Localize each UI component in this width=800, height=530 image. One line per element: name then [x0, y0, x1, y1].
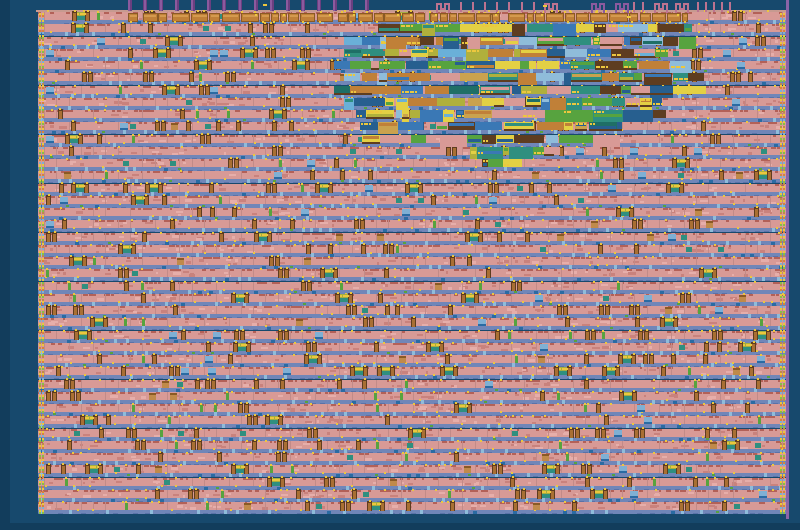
chip-die-canvas[interactable] — [0, 0, 800, 530]
layout-viewer — [0, 0, 800, 530]
